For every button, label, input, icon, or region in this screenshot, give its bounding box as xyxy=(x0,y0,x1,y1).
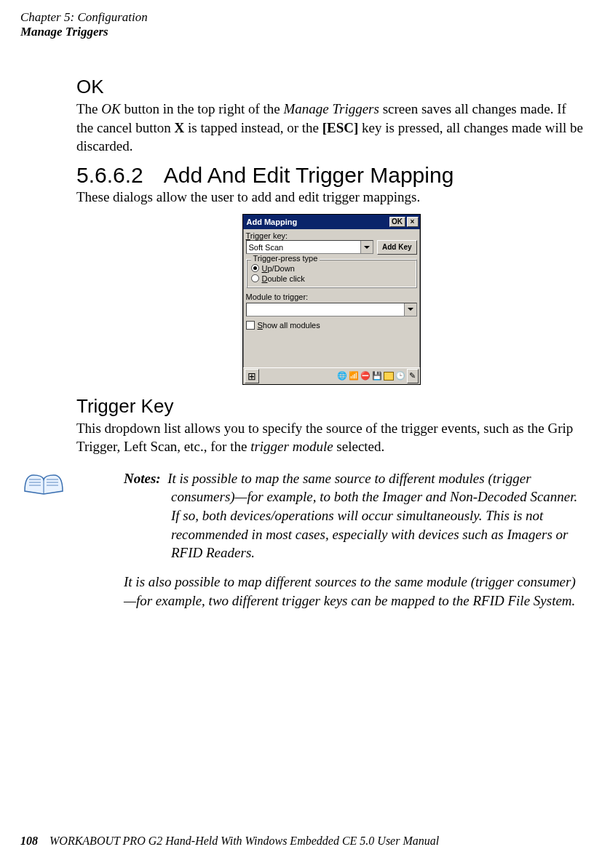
page-footer: 108 WORKABOUT PRO G2 Hand-Held With Wind… xyxy=(20,835,439,848)
radio-icon xyxy=(251,274,259,282)
book-icon xyxy=(22,468,66,497)
title-bar: Add Mapping OK × xyxy=(243,215,420,229)
chevron-down-icon[interactable] xyxy=(404,303,416,316)
heading-5-6-6-2: 5.6.6.2Add And Edit Trigger Mapping xyxy=(76,163,586,188)
footer-title: WORKABOUT PRO G2 Hand-Held With Windows … xyxy=(49,835,439,847)
module-combo[interactable] xyxy=(246,303,417,316)
tray-icon-6[interactable]: 🕒 xyxy=(395,371,405,381)
radio-doubleclick[interactable]: Double click xyxy=(251,274,412,283)
titlebar-ok-button[interactable]: OK xyxy=(389,217,405,227)
dialog-body: Trigger key: Soft Scan Add Key Trigger-p… xyxy=(243,229,420,367)
module-label: Module to trigger: xyxy=(246,292,417,301)
heading-trigger-key: Trigger Key xyxy=(76,395,586,418)
add-mapping-window: Add Mapping OK × Trigger key: Soft Scan … xyxy=(242,214,421,385)
trigger-key-combo[interactable]: Soft Scan xyxy=(246,240,373,254)
para-intro: These dialogs allow the user to add and … xyxy=(76,188,586,207)
radio-updown[interactable]: Up/Down xyxy=(251,264,412,273)
para-ok: The OK button in the top right of the Ma… xyxy=(76,100,586,156)
tray-icon-3[interactable]: ⛔ xyxy=(360,371,371,381)
dialog-figure: Add Mapping OK × Trigger key: Soft Scan … xyxy=(76,214,586,385)
trigger-key-value: Soft Scan xyxy=(249,243,284,252)
section-label: Manage Triggers xyxy=(20,25,148,39)
notes-para-1: Notes: It is possible to map the same so… xyxy=(124,469,586,562)
page-header: Chapter 5: Configuration Manage Triggers xyxy=(20,10,148,40)
add-key-button[interactable]: Add Key xyxy=(377,240,417,255)
chapter-label: Chapter 5: Configuration xyxy=(20,10,148,25)
system-tray: 🌐 📶 ⛔ 💾 🕒 ✎ xyxy=(337,369,419,383)
para-trigger-key: This dropdown list allows you to specify… xyxy=(76,419,586,456)
taskbar: ⊞ 🌐 📶 ⛔ 💾 🕒 ✎ xyxy=(243,367,420,384)
title-text: Add Mapping xyxy=(245,218,298,226)
page-content: OK The OK button in the top right of the… xyxy=(76,58,586,610)
group-legend: Trigger-press type xyxy=(251,254,320,263)
trigger-press-type-group: Trigger-press type Up/Down Double click xyxy=(246,259,417,288)
sip-button[interactable]: ✎ xyxy=(407,369,419,383)
checkbox-icon xyxy=(246,321,255,330)
windows-flag-icon: ⊞ xyxy=(247,371,256,381)
notes-para-2: It is also possible to map different sou… xyxy=(124,573,586,610)
radio-icon xyxy=(251,264,259,272)
tray-icon-5[interactable] xyxy=(384,371,394,381)
tray-icon-4[interactable]: 💾 xyxy=(372,371,382,381)
titlebar-close-button[interactable]: × xyxy=(407,217,419,227)
pencil-icon: ✎ xyxy=(409,371,416,381)
page-number: 108 xyxy=(20,835,38,847)
tray-icon-2[interactable]: 📶 xyxy=(349,371,359,381)
trigger-key-label: Trigger key: xyxy=(246,231,417,240)
heading-ok: OK xyxy=(76,76,586,98)
start-button[interactable]: ⊞ xyxy=(245,369,259,383)
tray-icon-1[interactable]: 🌐 xyxy=(337,371,347,381)
notes-block: Notes: It is possible to map the same so… xyxy=(76,469,586,610)
chevron-down-icon[interactable] xyxy=(360,241,373,253)
show-all-modules-checkbox[interactable]: Show all modules xyxy=(246,321,417,330)
